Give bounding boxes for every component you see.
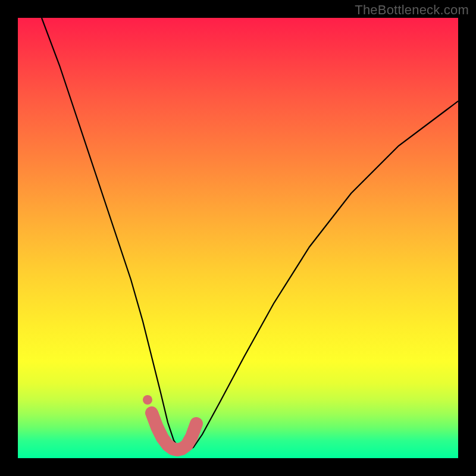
bottleneck-curve [42,18,458,451]
marker-band [152,413,196,450]
marker-band-path [152,413,196,450]
marker-outlier [143,395,152,405]
bottleneck-curve-svg [18,18,458,458]
plot-area [18,18,458,458]
chart-frame: TheBottleneck.com [0,0,476,476]
watermark-text: TheBottleneck.com [355,2,469,18]
